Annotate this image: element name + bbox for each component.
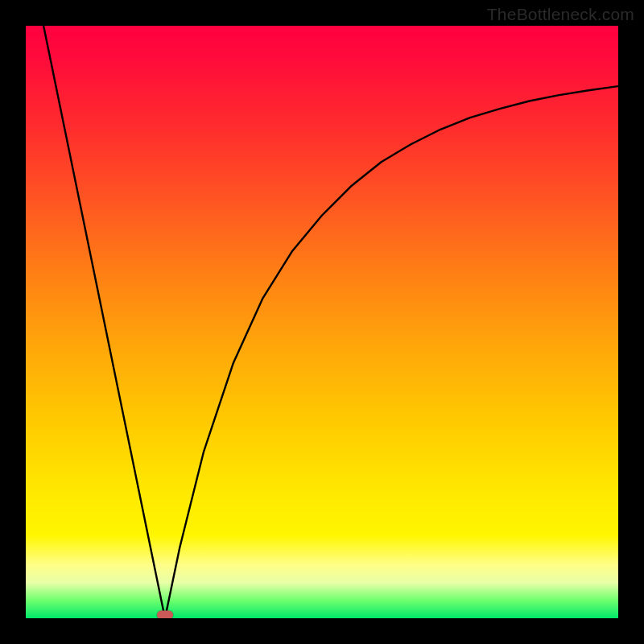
bottleneck-curve xyxy=(26,26,618,618)
chart-frame: TheBottleneck.com xyxy=(0,0,644,644)
watermark-label: TheBottleneck.com xyxy=(487,5,634,24)
plot-area xyxy=(26,26,618,618)
dip-marker-icon xyxy=(157,611,173,619)
